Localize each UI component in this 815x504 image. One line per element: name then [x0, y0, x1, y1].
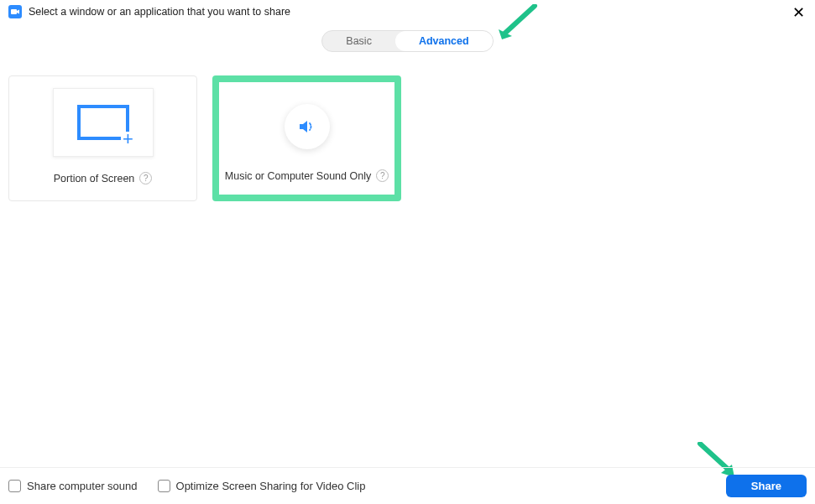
share-sound-label: Share computer sound	[27, 480, 138, 492]
optimize-video-label: Optimize Screen Sharing for Video Clip	[176, 480, 366, 492]
svg-rect-0	[11, 9, 17, 14]
footer-bar: Share computer sound Optimize Screen Sha…	[0, 467, 815, 504]
window-title: Select a window or an application that y…	[29, 6, 290, 18]
speaker-icon	[285, 104, 330, 149]
tab-bar: Basic Advanced	[321, 30, 493, 52]
checkbox-icon	[8, 480, 21, 492]
music-preview	[257, 92, 358, 161]
portion-rect-icon	[77, 105, 129, 140]
checkbox-share-computer-sound[interactable]: Share computer sound	[8, 480, 138, 492]
share-button[interactable]: Share	[726, 475, 807, 497]
help-icon[interactable]: ?	[139, 172, 152, 184]
checkbox-icon	[158, 480, 170, 492]
tab-basic[interactable]: Basic	[322, 31, 395, 51]
checkbox-optimize-video[interactable]: Optimize Screen Sharing for Video Clip	[158, 480, 366, 492]
zoom-logo-icon	[8, 5, 22, 18]
music-label: Music or Computer Sound Only	[225, 170, 371, 182]
option-portion-of-screen[interactable]: Portion of Screen ?	[8, 75, 197, 201]
portion-preview	[53, 88, 154, 157]
option-music-or-computer-sound[interactable]: Music or Computer Sound Only ?	[212, 75, 401, 201]
portion-label: Portion of Screen	[54, 173, 135, 184]
tab-advanced[interactable]: Advanced	[395, 31, 493, 51]
help-icon[interactable]: ?	[376, 169, 389, 182]
close-button[interactable]: ✕	[792, 5, 805, 20]
